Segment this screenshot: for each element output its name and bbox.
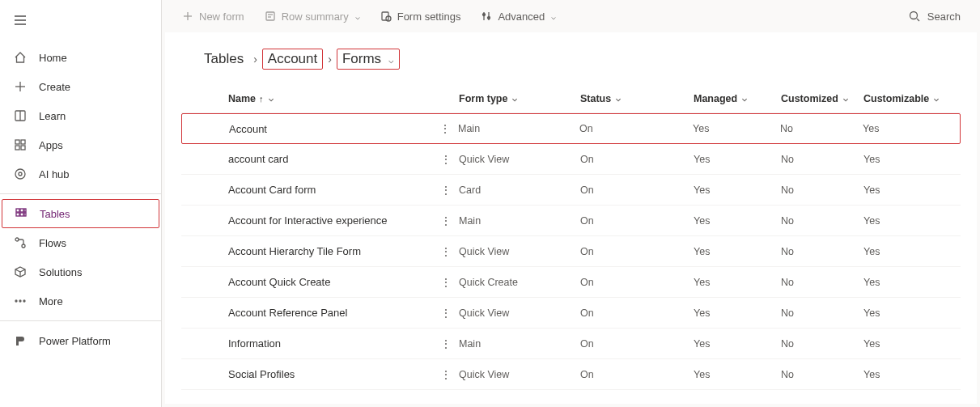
row-actions-button[interactable]: ⋮ [433,214,459,227]
table-row[interactable]: Information⋮MainOnYesNoYes [181,329,961,359]
svg-rect-15 [24,209,26,212]
sidebar-item-label: Flows [39,237,66,249]
more-icon [13,294,28,308]
svg-rect-16 [16,213,19,216]
row-actions-button[interactable]: ⋮ [433,184,459,197]
svg-rect-17 [20,213,23,216]
breadcrumb-root[interactable]: Tables [199,49,248,69]
row-name: Account Card form [228,184,433,196]
row-formtype: Main [459,215,580,227]
row-customizable: Yes [863,154,961,165]
sidebar-item-label: AI hub [39,168,70,180]
row-customizable: Yes [863,307,961,319]
row-actions-button[interactable]: ⋮ [433,245,459,258]
chevron-down-icon: ⌵ [843,94,848,103]
search-button[interactable]: Search [902,6,967,26]
row-actions-button[interactable]: ⋮ [433,337,459,350]
row-name: Information [228,337,433,350]
row-actions-button[interactable]: ⋮ [432,122,458,135]
row-status: On [580,215,694,227]
column-header-status[interactable]: Status ⌵ [580,93,694,104]
apps-icon [13,138,28,152]
power-platform-icon [13,333,28,348]
column-header-customized[interactable]: Customized ⌵ [781,93,863,104]
svg-point-38 [910,12,917,19]
svg-point-24 [15,300,17,302]
divider [0,193,161,194]
svg-line-22 [20,269,25,272]
row-customized: No [781,369,863,380]
sidebar-item-apps[interactable]: Apps [0,130,161,159]
sidebar-item-powerplatform[interactable]: Power Platform [0,326,161,355]
sidebar-item-tables[interactable]: Tables [2,199,159,228]
sidebar-item-home[interactable]: Home [0,43,161,72]
table-row[interactable]: Account Quick Create⋮Quick CreateOnYesNo… [181,267,961,298]
sidebar-item-create[interactable]: Create [0,72,161,101]
breadcrumb-leaf[interactable]: Forms ⌵ [337,49,400,70]
svg-point-19 [15,238,19,241]
row-customized: No [781,184,863,196]
row-customized: No [781,215,863,227]
row-formtype: Card [459,184,580,196]
row-status: On [580,277,694,288]
chevron-down-icon: ⌵ [269,94,274,103]
row-name: Account [229,123,432,135]
row-summary-button[interactable]: Row summary ⌵ [257,6,367,26]
table-row[interactable]: Account Hierarchy Tile Form⋮Quick ViewOn… [181,236,961,267]
table-row[interactable]: Account Reference Panel⋮Quick ViewOnYesN… [181,298,961,329]
row-customized: No [781,307,863,319]
sidebar-item-flows[interactable]: Flows [0,228,161,257]
sidebar-item-label: Apps [39,139,63,151]
sidebar-item-label: Home [39,52,67,64]
chevron-down-icon: ⌵ [934,94,939,103]
row-formtype: Quick View [459,307,580,319]
form-settings-button[interactable]: Form settings [373,6,468,26]
row-status: On [580,184,694,196]
chevron-down-icon: ⌵ [616,94,621,103]
column-label: Form type [459,93,507,104]
row-status: On [580,369,694,380]
row-actions-button[interactable]: ⋮ [433,276,459,289]
sidebar-item-more[interactable]: More [0,286,161,316]
row-actions-button[interactable]: ⋮ [433,368,459,381]
column-label: Managed [694,93,737,104]
chevron-right-icon: › [252,53,259,66]
sidebar-item-aihub[interactable]: AI hub [0,159,161,189]
table-row[interactable]: account card⋮Quick ViewOnYesNoYes [181,144,961,175]
svg-point-36 [483,14,486,16]
table-row[interactable]: Account for Interactive experience⋮MainO… [181,206,961,236]
table-row[interactable]: Account Card form⋮CardOnYesNoYes [181,175,961,206]
svg-rect-13 [16,209,19,212]
button-label: Advanced [498,11,545,23]
chevron-down-icon: ⌵ [355,12,360,21]
table-row[interactable]: Social Profiles⋮Quick ViewOnYesNoYes [181,359,961,390]
hamburger-button[interactable] [0,6,161,36]
row-managed: Yes [694,369,781,380]
row-actions-button[interactable]: ⋮ [433,307,459,320]
row-customized: No [780,123,863,134]
svg-rect-9 [15,146,19,150]
sidebar-item-solutions[interactable]: Solutions [0,257,161,286]
column-header-managed[interactable]: Managed ⌵ [694,93,781,104]
button-label: Row summary [282,11,349,23]
row-actions-button[interactable]: ⋮ [433,153,459,166]
sidebar-item-label: Solutions [39,266,82,278]
breadcrumb-entity[interactable]: Account [262,49,323,70]
column-header-formtype[interactable]: Form type ⌵ [459,93,580,104]
new-form-button[interactable]: New form [175,6,251,26]
row-customizable: Yes [863,184,961,196]
sidebar-item-learn[interactable]: Learn [0,101,161,130]
grid-header-row: Name ↑ ⌵ Form type ⌵ Status ⌵ Managed [181,84,961,113]
svg-rect-14 [20,209,23,212]
row-customizable: Yes [863,369,961,380]
row-customizable: Yes [863,123,960,134]
row-customizable: Yes [863,338,961,350]
table-row[interactable]: Account⋮MainOnYesNoYes [181,113,961,144]
chevron-right-icon: › [326,53,333,66]
row-formtype: Quick View [459,154,580,165]
column-label: Customized [781,93,838,104]
row-managed: Yes [694,184,781,196]
column-header-name[interactable]: Name ↑ ⌵ [228,93,433,104]
advanced-button[interactable]: Advanced ⌵ [473,6,562,26]
column-header-customizable[interactable]: Customizable ⌵ [863,93,961,104]
